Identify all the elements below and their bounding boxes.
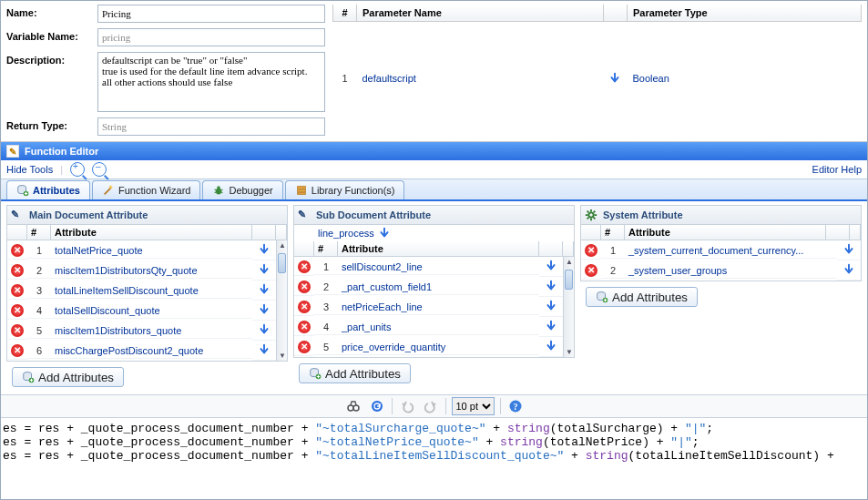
add-attributes-button[interactable]: Add Attributes — [586, 287, 698, 307]
delete-icon[interactable]: ✕ — [298, 341, 311, 353]
name-input[interactable] — [97, 5, 325, 23]
delete-icon[interactable]: ✕ — [298, 301, 311, 313]
line-process-label: line_process — [318, 228, 374, 239]
zoom-in-icon[interactable] — [70, 162, 85, 177]
help-icon[interactable] — [506, 397, 525, 415]
attr-row[interactable]: ✕4totalSellDiscount_quote — [7, 301, 276, 321]
tab-debugger[interactable]: Debugger — [202, 180, 282, 199]
variable-name-label: Variable Name: — [6, 28, 97, 42]
col-num: # — [601, 225, 625, 240]
param-col-type: Parameter Type — [627, 5, 861, 21]
add-attributes-button[interactable]: Add Attributes — [12, 367, 124, 387]
scrollbar[interactable]: ▲▼ — [563, 257, 574, 357]
arrow-down-icon[interactable] — [258, 303, 271, 316]
delete-icon[interactable]: ✕ — [11, 244, 24, 257]
arrow-down-icon[interactable] — [258, 283, 271, 296]
arrow-down-icon[interactable] — [258, 263, 271, 276]
tab-function-wizard[interactable]: Function Wizard — [92, 180, 200, 199]
attr-row[interactable]: ✕3totalLineItemSellDiscount_quote — [7, 281, 276, 301]
arrow-down-icon[interactable] — [842, 243, 855, 256]
attr-row-num: 1 — [27, 243, 51, 259]
attr-row-num: 2 — [601, 263, 625, 279]
arrow-down-icon[interactable] — [545, 260, 557, 272]
library-icon — [295, 184, 308, 197]
edit-icon: ✎ — [11, 209, 24, 221]
attr-row-name: miscChargePostDiscount2_quote — [51, 343, 252, 359]
attr-row[interactable]: ✕4_part_units — [294, 317, 563, 337]
attr-row[interactable]: ✕1_system_current_document_currency... — [581, 240, 861, 260]
delete-icon[interactable]: ✕ — [298, 260, 311, 273]
find-icon[interactable] — [344, 397, 363, 415]
attr-row[interactable]: ✕2_part_custom_field1 — [294, 277, 563, 297]
attr-row[interactable]: ✕1sellDiscount2_line — [294, 257, 563, 277]
variable-name-input — [97, 28, 325, 46]
edit-icon: ✎ — [298, 209, 311, 221]
delete-icon[interactable]: ✕ — [11, 284, 24, 297]
tab-library[interactable]: Library Function(s) — [285, 180, 405, 199]
delete-icon[interactable]: ✕ — [585, 244, 597, 257]
attr-row-num: 4 — [314, 320, 338, 335]
delete-icon[interactable]: ✕ — [585, 264, 597, 277]
scrollbar[interactable]: ▲▼ — [276, 240, 287, 361]
attr-row[interactable]: ✕6miscChargePostDiscount2_quote — [7, 341, 276, 361]
main-doc-panel: ✎ Main Document Attribute # Attribute ✕1… — [6, 205, 288, 394]
attr-row[interactable]: ✕2miscItem1DistributorsQty_quote — [7, 260, 276, 281]
undo-icon[interactable] — [398, 397, 416, 415]
attr-row[interactable]: ✕3netPriceEach_line — [294, 297, 563, 317]
hide-tools-link[interactable]: Hide Tools — [6, 164, 53, 175]
delete-icon[interactable]: ✕ — [11, 264, 24, 277]
refresh-icon[interactable] — [368, 397, 386, 415]
tab-wizard-label: Function Wizard — [118, 185, 190, 196]
arrow-down-icon[interactable] — [545, 300, 557, 312]
delete-icon[interactable]: ✕ — [11, 324, 24, 337]
line-process-link[interactable]: line_process — [293, 225, 575, 241]
arrow-down-icon[interactable] — [258, 323, 271, 336]
description-textarea[interactable]: defaultscript can be "true" or "false" t… — [97, 52, 325, 112]
db-icon — [16, 184, 29, 197]
delete-icon[interactable]: ✕ — [11, 304, 24, 317]
delete-icon[interactable]: ✕ — [298, 281, 311, 293]
zoom-out-icon[interactable] — [92, 162, 107, 177]
add-attr-label: Add Attributes — [38, 371, 114, 384]
arrow-down-icon[interactable] — [545, 280, 557, 292]
attr-row-name: miscItem1Distributors_quote — [51, 323, 252, 339]
col-attr: Attribute — [625, 225, 826, 240]
db-plus-icon — [596, 291, 608, 303]
sub-attr-list: ✕1sellDiscount2_line✕2_part_custom_field… — [294, 257, 563, 357]
tab-attributes[interactable]: Attributes — [6, 180, 90, 199]
editor-help-link[interactable]: Editor Help — [812, 164, 862, 175]
arrow-down-icon[interactable] — [258, 343, 271, 356]
attr-row-num: 1 — [601, 243, 625, 259]
redo-icon[interactable] — [422, 397, 440, 415]
delete-icon[interactable]: ✕ — [298, 321, 311, 333]
attr-row-name: netPriceEach_line — [338, 300, 539, 315]
attribute-panels: ✎ Main Document Attribute # Attribute ✕1… — [1, 201, 867, 394]
param-row[interactable]: 1 defaultscript Boolean — [333, 21, 862, 136]
param-row-name: defaultscript — [357, 21, 604, 136]
attr-row[interactable]: ✕5miscItem1Distributors_quote — [7, 321, 276, 341]
param-col-name: Parameter Name — [357, 5, 604, 21]
param-row-num: 1 — [333, 21, 357, 136]
font-size-select[interactable]: 10 pt — [452, 397, 495, 415]
code-editor[interactable]: es = res + _quote_process_document_numbe… — [1, 418, 867, 466]
arrow-down-icon[interactable] — [545, 340, 557, 352]
attr-row[interactable]: ✕1totalNetPrice_quote — [7, 240, 276, 260]
main-attr-list: ✕1totalNetPrice_quote✕2miscItem1Distribu… — [7, 240, 276, 361]
attr-row[interactable]: ✕2_system_user_groups — [581, 260, 861, 281]
delete-icon[interactable]: ✕ — [11, 344, 24, 357]
wand-icon — [102, 184, 115, 197]
attr-row-name: totalLineItemSellDiscount_quote — [51, 283, 252, 299]
arrow-down-icon[interactable] — [258, 243, 271, 256]
sys-attr-list: ✕1_system_current_document_currency...✕2… — [581, 240, 861, 281]
arrow-down-icon[interactable] — [545, 320, 557, 332]
attr-row-num: 5 — [314, 340, 338, 355]
sub-doc-title: Sub Document Attribute — [316, 209, 431, 220]
attr-row-num: 2 — [314, 280, 338, 295]
arrow-down-icon[interactable] — [603, 21, 627, 136]
tabstrip: Attributes Function Wizard Debugger Libr… — [1, 179, 867, 201]
arrow-down-icon[interactable] — [842, 263, 855, 276]
edit-icon: ✎ — [6, 145, 19, 158]
arrow-down-icon — [378, 227, 391, 240]
attr-row[interactable]: ✕5price_override_quantity — [294, 337, 563, 357]
add-attributes-button[interactable]: Add Attributes — [299, 363, 411, 383]
